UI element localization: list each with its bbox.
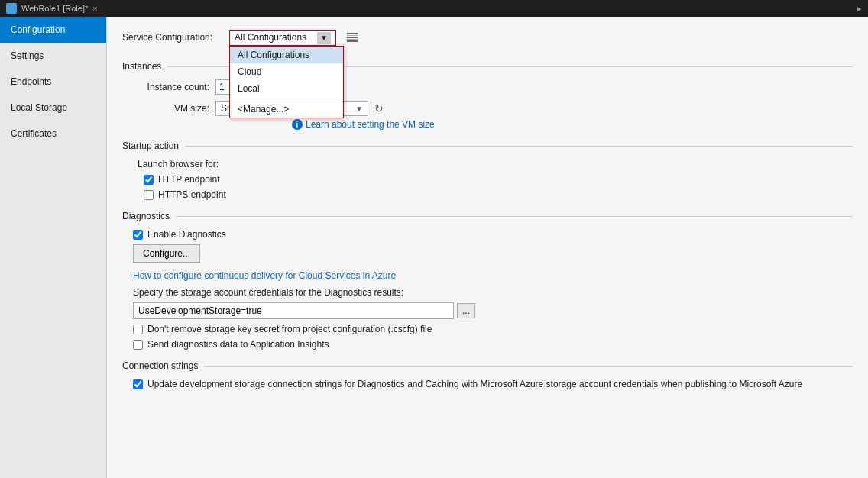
svg-rect-2 (347, 37, 358, 38)
instance-count-label: Instance count: (133, 82, 209, 92)
storage-creds-label-row: Specify the storage account credentials … (122, 287, 853, 298)
https-endpoint-checkbox[interactable] (144, 190, 154, 200)
diagnostics-section-line (176, 216, 853, 217)
vm-size-refresh-icon[interactable]: ↻ (374, 102, 384, 115)
send-diagnostics-label: Send diagnostics data to Application Ins… (147, 339, 329, 350)
update-storage-label: Update development storage connection st… (147, 379, 802, 389)
connection-strings-separator: Connection strings (122, 360, 853, 371)
svg-rect-4 (347, 40, 358, 42)
tab-close-button[interactable]: × (92, 4, 97, 13)
dont-remove-checkbox[interactable] (133, 325, 143, 334)
http-endpoint-row: HTTP endpoint (122, 174, 853, 185)
enable-diagnostics-row: Enable Diagnostics (122, 229, 853, 240)
how-to-configure-link[interactable]: How to configure continuous delivery for… (122, 270, 853, 281)
dropdown-item-all-configurations[interactable]: All Configurations (230, 47, 343, 63)
configure-button[interactable]: Configure... (133, 244, 200, 263)
learn-vm-size-text: Learn about setting the VM size (306, 119, 435, 130)
service-config-row: Service Configuration: All Configuration… (122, 29, 853, 46)
update-storage-row: Update development storage connection st… (122, 379, 853, 389)
browse-button[interactable]: ... (457, 303, 475, 318)
dont-remove-row: Don't remove storage key secret from pro… (122, 324, 853, 334)
info-icon: i (292, 119, 303, 130)
content-area: Service Configuration: All Configuration… (107, 17, 868, 478)
service-config-dropdown: All Configurations ▼ All Configurations … (229, 30, 336, 46)
manage-icon (346, 31, 358, 44)
launch-browser-label: Launch browser for: (133, 159, 219, 170)
dont-remove-label: Don't remove storage key secret from pro… (147, 324, 432, 334)
learn-vm-size-link[interactable]: i Learn about setting the VM size (122, 119, 853, 130)
startup-action-line (185, 146, 853, 147)
connection-strings-line (204, 366, 853, 367)
sidebar-item-settings[interactable]: Settings (0, 43, 106, 69)
svg-rect-3 (347, 39, 358, 40)
dropdown-arrow-icon: ▼ (317, 32, 331, 44)
send-diagnostics-checkbox[interactable] (133, 340, 143, 350)
diagnostics-section-separator: Diagnostics (122, 211, 853, 221)
sidebar-item-certificates[interactable]: Certificates (0, 121, 106, 147)
vm-size-label: VM size: (133, 103, 209, 114)
selected-config-text: All Configurations (235, 32, 306, 43)
sidebar: Configuration Settings Endpoints Local S… (0, 17, 107, 478)
svg-rect-0 (347, 33, 358, 34)
dropdown-separator (230, 99, 343, 99)
configure-btn-row: Configure... (122, 244, 853, 263)
main-container: Configuration Settings Endpoints Local S… (0, 17, 868, 478)
diagnostics-section-label: Diagnostics (122, 211, 170, 221)
vm-size-arrow-icon: ▼ (355, 105, 363, 113)
dropdown-item-cloud[interactable]: Cloud (230, 63, 343, 80)
update-storage-checkbox[interactable] (133, 379, 143, 389)
http-endpoint-checkbox[interactable] (144, 175, 154, 185)
send-diagnostics-row: Send diagnostics data to Application Ins… (122, 339, 853, 350)
storage-input-row: ... (122, 302, 853, 319)
enable-diagnostics-checkbox[interactable] (133, 230, 143, 240)
scroll-right: ▸ (857, 3, 862, 14)
service-config-dropdown-button[interactable]: All Configurations ▼ (229, 30, 336, 46)
storage-creds-label: Specify the storage account credentials … (133, 287, 403, 298)
tab-label: WebRole1 [Role]* (21, 4, 88, 13)
dropdown-menu: All Configurations Cloud Local <Manage..… (229, 46, 344, 118)
startup-action-separator: Startup action (122, 140, 853, 151)
tab-icon (6, 3, 17, 14)
title-bar: WebRole1 [Role]* × ▸ (0, 0, 868, 17)
launch-browser-label-row: Launch browser for: (122, 159, 853, 170)
sidebar-item-configuration[interactable]: Configuration (0, 17, 106, 43)
https-endpoint-row: HTTPS endpoint (122, 189, 853, 200)
service-config-label: Service Configuration: (122, 32, 222, 43)
instances-section-label: Instances (122, 61, 161, 72)
https-endpoint-label: HTTPS endpoint (158, 189, 226, 200)
manage-config-button[interactable] (344, 29, 361, 46)
sidebar-item-endpoints[interactable]: Endpoints (0, 69, 106, 95)
dropdown-item-manage[interactable]: <Manage...> (230, 101, 343, 118)
storage-account-input[interactable] (133, 302, 454, 319)
svg-rect-1 (347, 35, 358, 36)
startup-action-label: Startup action (122, 140, 179, 151)
dropdown-item-local[interactable]: Local (230, 80, 343, 97)
enable-diagnostics-label: Enable Diagnostics (147, 229, 226, 240)
http-endpoint-label: HTTP endpoint (158, 174, 220, 185)
connection-strings-label: Connection strings (122, 360, 198, 371)
sidebar-item-local-storage[interactable]: Local Storage (0, 95, 106, 121)
title-bar-left: WebRole1 [Role]* × (6, 3, 98, 14)
